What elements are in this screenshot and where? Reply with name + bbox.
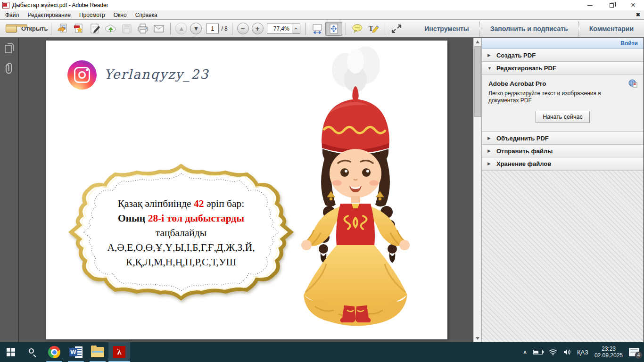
tray-time: 23:23 <box>602 346 616 352</box>
adobe-reader-icon: λ <box>113 346 125 358</box>
tab-comments[interactable]: Комментарии <box>579 20 644 37</box>
create-pdf-icon <box>73 23 85 34</box>
pdf-page: Yerlanqyzy_23 <box>46 41 447 339</box>
taskbar-file-explorer[interactable] <box>87 342 108 362</box>
close-button[interactable]: × <box>629 1 637 9</box>
create-pdf-button[interactable] <box>71 22 87 36</box>
kazakh-girl-illustration <box>289 42 426 328</box>
scrollbar-thumb[interactable] <box>474 46 481 117</box>
zoom-in-button[interactable]: + <box>252 23 264 34</box>
minimize-button[interactable] <box>586 1 594 9</box>
section-file-storage[interactable]: ▶ Хранение файлов <box>482 157 644 170</box>
instagram-logo-icon <box>67 60 97 90</box>
language-indicator[interactable]: ҚАЗ <box>577 349 588 356</box>
highlight-text-button[interactable]: T <box>365 22 381 36</box>
acrobat-pro-title: Adobe Acrobat Pro <box>488 80 637 87</box>
adobe-reader-window: Дыбыстар жүйесі.pdf - Adobe Reader × Фай… <box>0 0 644 362</box>
navigation-sidebar <box>0 38 19 342</box>
menu-bar: Файл Редактирование Просмотр Окно Справк… <box>0 10 644 20</box>
plus-icon: + <box>256 25 260 32</box>
email-button[interactable] <box>151 22 167 36</box>
fullscreen-arrows-icon <box>390 23 403 34</box>
sign-button[interactable] <box>87 22 103 36</box>
zoom-level-combo[interactable]: 77,4% ▼ <box>267 24 300 34</box>
section-send-files[interactable]: ▶ Отправить файлы <box>482 145 644 157</box>
sign-pen-icon <box>89 23 101 34</box>
document-area[interactable]: Yerlanqyzy_23 <box>19 38 473 342</box>
zoom-out-button[interactable]: − <box>237 23 249 34</box>
open-button[interactable]: Открыть <box>6 25 48 33</box>
collapsed-triangle-icon: ▶ <box>487 53 492 58</box>
main-content: Yerlanqyzy_23 <box>0 38 644 342</box>
tab-tools[interactable]: Инструменты <box>414 20 479 37</box>
menu-view[interactable]: Просмотр <box>75 11 109 19</box>
taskbar-chrome[interactable] <box>43 342 65 362</box>
notification-center-button[interactable]: 4 <box>629 348 639 356</box>
taskbar-word[interactable]: W <box>65 342 87 362</box>
section-edit-pdf[interactable]: ▼ Редактировать PDF <box>482 62 644 74</box>
fit-width-icon <box>311 23 323 34</box>
wifi-icon[interactable] <box>549 349 557 355</box>
menu-edit[interactable]: Редактирование <box>24 11 75 19</box>
zoom-dropdown-icon[interactable]: ▼ <box>292 24 300 33</box>
print-button[interactable] <box>135 22 151 36</box>
zoom-level-value: 77,4% <box>267 24 292 33</box>
acrobat-pro-description: Легко редактируйте текст и изображения в… <box>488 90 630 104</box>
tools-panel: Войти ▶ Создать PDF ▼ Редактировать PDF … <box>481 38 644 342</box>
toolbar: Открыть <box>0 20 644 38</box>
chrome-icon <box>48 346 60 358</box>
attachments-paperclip-icon[interactable] <box>5 62 14 74</box>
previous-page-button[interactable]: ▲ <box>175 23 187 34</box>
expanded-triangle-icon: ▼ <box>487 66 492 71</box>
acrobat-globe-icon <box>628 79 638 88</box>
minus-icon: − <box>241 25 245 32</box>
collapsed-triangle-icon: ▶ <box>487 161 492 166</box>
page-total-label: / 8 <box>221 25 227 32</box>
tray-chevron-icon[interactable]: ∧ <box>523 349 527 355</box>
menu-file[interactable]: Файл <box>1 11 24 19</box>
fit-page-button[interactable] <box>325 22 342 36</box>
search-icon <box>28 348 37 356</box>
export-pdf-button[interactable] <box>55 22 71 36</box>
start-now-button[interactable]: Начать сейчас <box>536 111 590 123</box>
restore-button[interactable] <box>607 1 616 9</box>
start-button[interactable] <box>0 342 22 362</box>
taskbar-search-button[interactable] <box>22 342 43 362</box>
document-scrollbar[interactable] <box>473 38 481 342</box>
page-thumbnails-icon[interactable] <box>4 42 15 54</box>
page-number-input[interactable] <box>206 24 219 33</box>
section-combine-pdf[interactable]: ▶ Объединить PDF <box>482 132 644 145</box>
fullscreen-button[interactable] <box>388 22 405 36</box>
scroll-up-icon[interactable] <box>474 38 481 46</box>
cloud-upload-button[interactable] <box>103 22 119 36</box>
volume-icon[interactable] <box>563 349 571 355</box>
collapsed-triangle-icon: ▶ <box>487 136 492 140</box>
next-page-button[interactable]: ▼ <box>190 23 202 34</box>
highlight-text-icon: T <box>367 23 380 34</box>
menu-help[interactable]: Справка <box>131 11 162 19</box>
tab-fill-sign[interactable]: Заполнить и подписать <box>480 20 578 37</box>
arrow-down-icon: ▼ <box>193 25 199 32</box>
comment-button[interactable] <box>349 22 365 36</box>
taskbar-adobe-reader[interactable]: λ <box>108 342 130 362</box>
battery-icon[interactable] <box>533 350 543 354</box>
sign-in-link[interactable]: Войти <box>620 40 638 47</box>
title-bar: Дыбыстар жүйесі.pdf - Adobe Reader × <box>0 0 644 10</box>
section-create-pdf[interactable]: ▶ Создать PDF <box>482 49 644 62</box>
fit-width-button[interactable] <box>309 22 325 36</box>
windows-taskbar: W λ ∧ ҚАЗ 23:23 02.09.2025 <box>0 342 644 362</box>
save-button[interactable] <box>119 22 135 36</box>
comment-bubble-icon <box>351 23 363 34</box>
menu-window[interactable]: Окно <box>109 11 131 19</box>
email-icon <box>153 23 165 34</box>
save-icon <box>121 23 133 34</box>
sign-in-bar: Войти <box>482 38 644 49</box>
word-icon: W <box>69 346 83 358</box>
alphabet-card: Қазақ әліпбиінде 42 әріп бар: Оның 28-і … <box>68 164 294 300</box>
scroll-down-icon[interactable] <box>474 334 481 342</box>
windows-logo-icon <box>7 348 15 356</box>
close-document-icon[interactable]: ✖ <box>636 12 640 18</box>
clock[interactable]: 23:23 02.09.2025 <box>594 346 623 359</box>
cloud-upload-icon <box>105 23 117 34</box>
open-folder-icon <box>6 25 18 33</box>
